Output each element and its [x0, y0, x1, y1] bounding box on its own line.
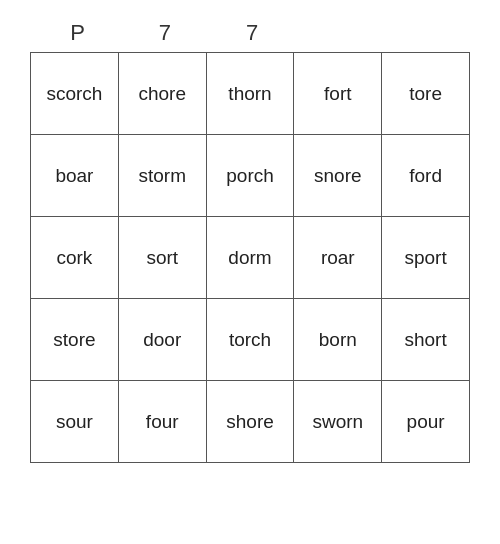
table-row: boarstormporchsnoreford	[31, 135, 470, 217]
header-col-5	[383, 20, 470, 46]
cell-r1-c0: boar	[31, 135, 119, 217]
cell-r3-c1: door	[118, 299, 206, 381]
table-row: storedoortorchbornshort	[31, 299, 470, 381]
header-col-4	[296, 20, 383, 46]
cell-r0-c2: thorn	[206, 53, 294, 135]
cell-r4-c4: pour	[382, 381, 470, 463]
table-row: scorchchorethornforttore	[31, 53, 470, 135]
cell-r4-c0: sour	[31, 381, 119, 463]
cell-r3-c0: store	[31, 299, 119, 381]
cell-r4-c2: shore	[206, 381, 294, 463]
cell-r3-c3: born	[294, 299, 382, 381]
cell-r0-c4: tore	[382, 53, 470, 135]
header-col-1: P	[34, 20, 121, 46]
cell-r3-c2: torch	[206, 299, 294, 381]
cell-r1-c2: porch	[206, 135, 294, 217]
cell-r2-c4: sport	[382, 217, 470, 299]
cell-r2-c2: dorm	[206, 217, 294, 299]
table-row: corksortdormroarsport	[31, 217, 470, 299]
cell-r1-c1: storm	[118, 135, 206, 217]
cell-r2-c1: sort	[118, 217, 206, 299]
cell-r0-c3: fort	[294, 53, 382, 135]
cell-r4-c1: four	[118, 381, 206, 463]
cell-r0-c1: chore	[118, 53, 206, 135]
cell-r3-c4: short	[382, 299, 470, 381]
cell-r2-c3: roar	[294, 217, 382, 299]
table-row: sourfourshoreswornpour	[31, 381, 470, 463]
header-col-3: 7	[208, 20, 295, 46]
cell-r4-c3: sworn	[294, 381, 382, 463]
cell-r1-c3: snore	[294, 135, 382, 217]
cell-r0-c0: scorch	[31, 53, 119, 135]
cell-r1-c4: ford	[382, 135, 470, 217]
bingo-table: scorchchorethornforttoreboarstormporchsn…	[30, 52, 470, 463]
cell-r2-c0: cork	[31, 217, 119, 299]
header-row: P 7 7	[30, 20, 470, 46]
header-col-2: 7	[121, 20, 208, 46]
